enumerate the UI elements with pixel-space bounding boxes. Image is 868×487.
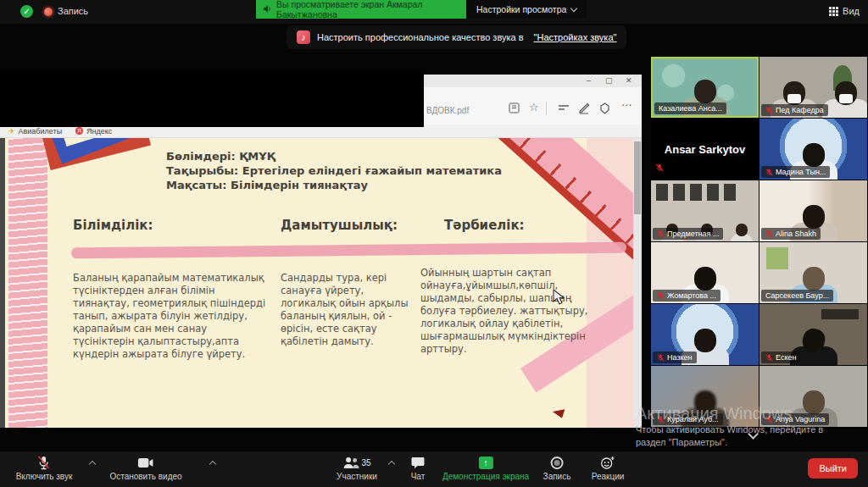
muted-mic-icon	[765, 354, 773, 362]
music-note-icon: ♪	[297, 30, 310, 44]
collections-icon[interactable]	[599, 102, 610, 114]
participant-tile[interactable]: Ansar Sarkytov	[651, 119, 759, 180]
bookmark-aviabilety[interactable]: ✈ Авиабилеты	[8, 127, 62, 136]
chevron-down-icon	[570, 4, 577, 11]
viewing-screen-banner: Вы просматриваете экран Акмарал Бакытжан…	[256, 0, 466, 19]
participant-tile[interactable]: Anya Vagurina	[760, 366, 867, 427]
reactions-button[interactable]: Реакции	[592, 455, 625, 481]
unmute-button[interactable]: Включить звук	[16, 455, 73, 481]
pencil-tip-decoration	[552, 406, 565, 418]
chat-icon	[411, 455, 426, 470]
meeting-toolbar: Включить звук Остановить видео 35 Участн…	[0, 451, 868, 487]
column-title-bilimdilik: Білімділік:	[73, 218, 153, 233]
video-options-chevron[interactable]	[209, 461, 216, 468]
wall-frames-decoration	[656, 184, 741, 201]
speaker-icon	[263, 4, 272, 15]
participants-button[interactable]: 35 Участники	[337, 455, 377, 481]
participant-nametag: Мадина Тын...	[761, 166, 830, 178]
record-button[interactable]: Запись	[543, 455, 571, 481]
column-body-tarbielik: Ойынның шартын сақтап ойнауға,ұйымшыл,кө…	[420, 267, 600, 356]
muted-mic-icon	[765, 416, 773, 423]
share-screen-button[interactable]: ↑ Демонстрация экрана	[442, 455, 529, 481]
chat-button[interactable]: Чат	[411, 455, 426, 481]
zoom-meeting-window: ✓ Запись Вы просматриваете экран Акмарал…	[0, 0, 868, 487]
muted-mic-icon	[765, 107, 773, 114]
yandex-icon: Я	[75, 127, 83, 135]
muted-mic-icon	[657, 416, 665, 423]
camera-icon	[138, 455, 154, 470]
scrollbar-thumb[interactable]	[634, 141, 641, 214]
share-screen-icon: ↑	[479, 457, 493, 469]
security-shield-icon[interactable]: ✓	[20, 5, 33, 18]
view-settings-dropdown[interactable]: Настройки просмотра	[466, 0, 587, 19]
muted-mic-icon	[657, 230, 665, 238]
mouse-cursor	[553, 289, 565, 309]
muted-mic-icon	[657, 354, 665, 362]
participant-tile[interactable]: Назкен	[651, 304, 759, 365]
muted-mic-icon	[765, 230, 773, 238]
view-button[interactable]: Вид	[829, 6, 860, 16]
participant-nametag: Жомартова ...	[653, 290, 721, 302]
more-menu-icon[interactable]: ⋯	[621, 99, 632, 111]
participant-tile[interactable]: Alina Shakh	[760, 180, 867, 241]
slide-header-line: Мақсаты: Білімдерін тиянақтау	[166, 178, 502, 192]
mic-muted-icon	[37, 455, 51, 470]
banner-text: Вы просматриваете экран Акмарал Бакытжан…	[276, 0, 459, 19]
participant-nametag: Anya Vagurina	[761, 413, 829, 425]
participant-tile[interactable]: Пед Кафедра	[760, 57, 867, 118]
participant-tile[interactable]: Жомартова ...	[651, 242, 759, 303]
censored-region	[0, 72, 424, 127]
slide-header: Бөлімдері: ҚМҰҚ Тақырыбы: Ертегілер елін…	[166, 149, 502, 192]
edit-pen-icon[interactable]	[578, 102, 590, 114]
bookmark-yandex[interactable]: Я Яндекс	[75, 127, 112, 136]
leave-meeting-button[interactable]: Выйти	[808, 458, 858, 479]
participant-nametag: Alina Shakh	[761, 228, 821, 240]
pdf-scrollbar[interactable]	[633, 138, 642, 428]
participant-name-novideo: Ansar Sarkytov	[651, 119, 759, 180]
shared-screen-browser: – ▢ ✕ ВДОВК.pdf ☆ ⋯ ✈ Авиаби	[0, 75, 642, 428]
reactions-icon	[600, 455, 615, 470]
shelf-decoration	[821, 309, 859, 319]
sound-settings-link[interactable]: "Настройках звука"	[534, 32, 617, 42]
participants-icon	[342, 457, 359, 469]
gallery-scroll-down-icon[interactable]	[748, 429, 759, 440]
audio-options-chevron[interactable]	[89, 461, 96, 468]
recording-label: Запись	[58, 6, 88, 16]
participant-tile[interactable]: Ескен	[760, 304, 867, 365]
participant-tile[interactable]: Мадина Тын...	[760, 119, 867, 180]
participant-nametag: Ескен	[761, 351, 800, 363]
column-body-damytushylyk: Сандарды тура, кері санауға үйрету, логи…	[281, 272, 415, 348]
muted-mic-icon	[657, 292, 665, 300]
audio-quality-toast: ♪ Настроить профессиональное качество зв…	[287, 25, 626, 49]
pdf-filename: ВДОВК.pdf	[426, 106, 469, 115]
reading-mode-icon[interactable]	[509, 102, 520, 113]
slide-left-decoration	[8, 138, 47, 428]
watermark-line: раздел "Параметры".	[636, 436, 823, 449]
stop-video-button[interactable]: Остановить видео	[109, 455, 181, 481]
record-icon	[551, 457, 564, 469]
participant-tile[interactable]: Казалиева Анса...	[651, 57, 759, 118]
participant-tile[interactable]: Предметная ...	[651, 180, 759, 241]
close-icon[interactable]: ✕	[626, 76, 632, 85]
column-title-damytushylyk: Дамытушылық:	[281, 218, 398, 233]
participant-tile[interactable]: Сарсекеев Баур...	[760, 242, 867, 303]
minimize-icon[interactable]: –	[587, 76, 591, 85]
participants-options-chevron[interactable]	[388, 461, 395, 468]
participant-nametag: Куралай Ауб...	[653, 413, 723, 425]
participant-nametag: Сарсекеев Баур...	[761, 290, 833, 302]
presentation-slide: Бөлімдері: ҚМҰҚ Тақырыбы: Ертегілер елін…	[5, 138, 633, 428]
participant-tile[interactable]: Куралай Ауб...	[651, 366, 759, 427]
view-settings-label: Настройки просмотра	[476, 4, 566, 14]
slide-header-line: Бөлімдері: ҚМҰҚ	[166, 149, 502, 163]
grid-view-icon	[829, 7, 838, 16]
restore-icon[interactable]: ▢	[605, 76, 613, 85]
view-label: Вид	[843, 6, 860, 16]
participants-count: 35	[361, 458, 370, 468]
notes-icon[interactable]	[558, 102, 570, 113]
column-title-tarbielik: Тәрбиелік:	[444, 218, 525, 233]
muted-mic-icon	[765, 169, 773, 176]
participant-nametag: Назкен	[653, 351, 697, 363]
favorites-star-icon[interactable]: ☆	[529, 101, 539, 113]
recording-indicator-icon	[44, 8, 53, 16]
plane-icon: ✈	[8, 127, 15, 136]
